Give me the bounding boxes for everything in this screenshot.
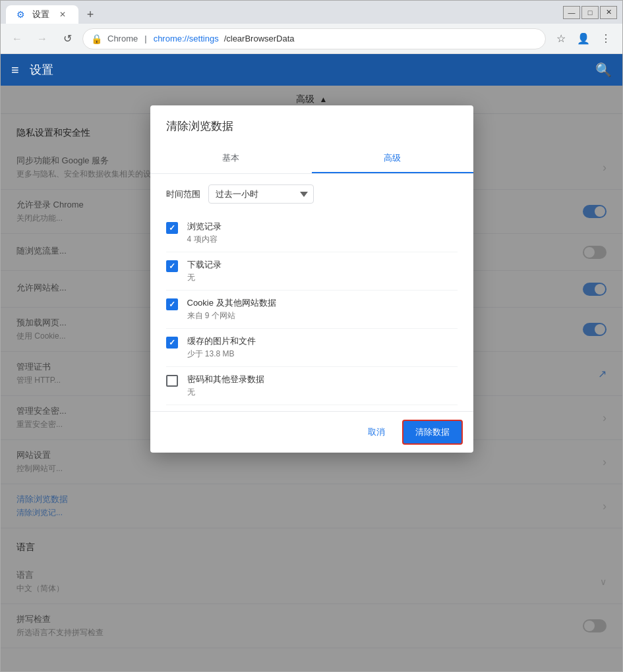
search-button[interactable]: 🔍 xyxy=(595,62,612,78)
forward-button[interactable]: → xyxy=(32,29,52,49)
tab-close-button[interactable]: ✕ xyxy=(57,9,68,20)
time-range-row: 时间范围 过去一小时 过去24小时 过去7天 过去4周 全部时间 xyxy=(166,184,458,204)
checkbox-cookies[interactable]: ✓ xyxy=(166,298,178,310)
back-button[interactable]: ← xyxy=(7,29,27,49)
address-settings-path: chrome://settings xyxy=(154,34,219,43)
clear-browsing-dialog: 清除浏览数据 基本 高级 时间范围 过去一小时 过去24小时 过去7天 xyxy=(150,105,473,453)
window-controls: — □ ✕ xyxy=(563,6,617,19)
time-range-label: 时间范围 xyxy=(166,188,200,200)
title-bar: ⚙ 设置 ✕ + — □ ✕ xyxy=(1,1,622,24)
tab-advanced[interactable]: 高级 xyxy=(312,144,473,173)
checkbox-history-label: 浏览记录 xyxy=(187,221,458,233)
maximize-button[interactable]: □ xyxy=(581,6,599,19)
checkbox-passwords-label: 密码和其他登录数据 xyxy=(187,374,458,385)
checkbox-cache-label: 缓存的图片和文件 xyxy=(187,335,458,347)
checkbox-item-autofill: 自动填充表单数据 xyxy=(166,405,458,411)
bookmark-button[interactable]: ☆ xyxy=(551,29,571,49)
navigation-bar: ← → ↺ 🔒 Chrome | chrome://settings/clear… xyxy=(1,24,622,54)
modal-body: 时间范围 过去一小时 过去24小时 过去7天 过去4周 全部时间 ✓ xyxy=(150,174,473,411)
minimize-button[interactable]: — xyxy=(563,6,580,19)
active-tab[interactable]: ⚙ 设置 ✕ xyxy=(6,5,78,24)
checkbox-downloads[interactable]: ✓ xyxy=(166,260,178,272)
nav-actions: ☆ 👤 ⋮ xyxy=(551,29,616,49)
checkbox-item-history: ✓ 浏览记录 4 项内容 xyxy=(166,214,458,252)
checkbox-downloads-label: 下载记录 xyxy=(187,259,458,271)
modal-footer: 取消 清除数据 xyxy=(150,411,473,453)
checkbox-cookies-label: Cookie 及其他网站数据 xyxy=(187,297,458,309)
sidebar-menu-button[interactable]: ≡ xyxy=(11,63,19,78)
checkbox-item-passwords: 密码和其他登录数据 无 xyxy=(166,367,458,405)
modal-tabs: 基本 高级 xyxy=(150,144,473,174)
chrome-menu-button[interactable]: ⋮ xyxy=(596,29,616,49)
tab-title: 设置 xyxy=(32,9,49,20)
address-chrome-label: Chrome xyxy=(107,34,138,43)
browser-window: ⚙ 设置 ✕ + — □ ✕ ← → ↺ 🔒 Chrome | chrome:/… xyxy=(0,0,623,672)
checkbox-cache[interactable]: ✓ xyxy=(166,337,178,349)
modal-title: 清除浏览数据 xyxy=(150,105,473,144)
checkbox-history[interactable]: ✓ xyxy=(166,222,178,234)
checkbox-passwords-detail: 无 xyxy=(187,387,458,398)
clear-data-button[interactable]: 清除数据 xyxy=(402,420,463,445)
checkbox-history-detail: 4 项内容 xyxy=(187,234,458,245)
checkbox-downloads-detail: 无 xyxy=(187,272,458,283)
checkbox-item-cookies: ✓ Cookie 及其他网站数据 来自 9 个网站 xyxy=(166,291,458,329)
time-range-select[interactable]: 过去一小时 过去24小时 过去7天 过去4周 全部时间 xyxy=(208,184,314,204)
main-content: 高级 ▲ 隐私设置和安全性 同步功能和 Google 服务 更多与隐私、安全和数… xyxy=(1,86,622,671)
new-tab-button[interactable]: + xyxy=(81,5,100,24)
cancel-button[interactable]: 取消 xyxy=(356,420,397,445)
app-bar-title: 设置 xyxy=(30,62,53,78)
app-bar: ≡ 设置 🔍 xyxy=(1,54,622,86)
account-button[interactable]: 👤 xyxy=(574,29,593,49)
checkbox-passwords[interactable] xyxy=(166,375,178,387)
address-path-rest: /clearBrowserData xyxy=(224,34,295,43)
address-bar[interactable]: 🔒 Chrome | chrome://settings/clearBrowse… xyxy=(82,28,546,49)
address-separator: | xyxy=(144,34,146,43)
checkbox-cache-detail: 少于 13.8 MB xyxy=(187,349,458,360)
close-window-button[interactable]: ✕ xyxy=(600,6,617,19)
lock-icon: 🔒 xyxy=(91,34,102,44)
checkbox-item-downloads: ✓ 下载记录 无 xyxy=(166,252,458,291)
tab-area: ⚙ 设置 ✕ + xyxy=(6,1,563,24)
checkbox-item-cache: ✓ 缓存的图片和文件 少于 13.8 MB xyxy=(166,329,458,367)
tab-basic[interactable]: 基本 xyxy=(150,144,312,173)
checkbox-cookies-detail: 来自 9 个网站 xyxy=(187,310,458,322)
refresh-button[interactable]: ↺ xyxy=(57,29,77,49)
modal-overlay[interactable]: 清除浏览数据 基本 高级 时间范围 过去一小时 过去24小时 过去7天 xyxy=(1,86,622,671)
tab-settings-icon: ⚙ xyxy=(16,9,27,20)
